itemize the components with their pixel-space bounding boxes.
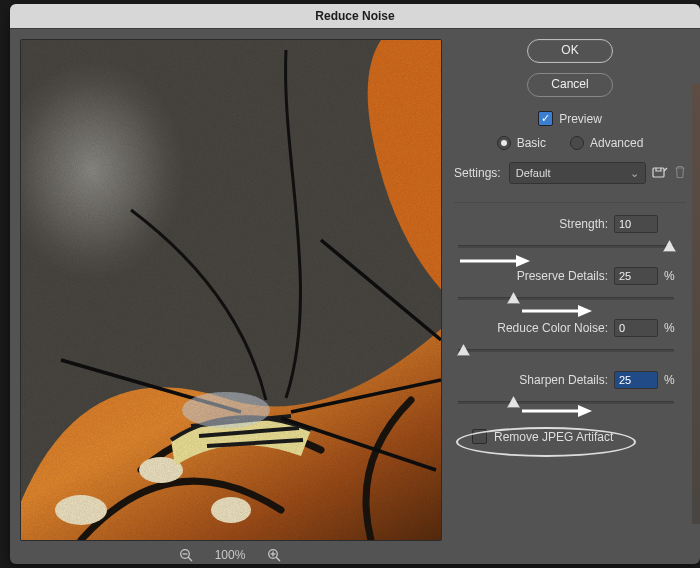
strength-input[interactable]: 10 [614, 215, 658, 233]
radio-dot-icon [497, 136, 511, 150]
dialog-title: Reduce Noise [10, 4, 700, 29]
svg-line-11 [277, 557, 281, 561]
svg-rect-14 [653, 168, 664, 177]
ok-button[interactable]: OK [527, 39, 613, 63]
preview-toggle[interactable]: ✓ Preview [538, 111, 602, 126]
save-preset-icon[interactable] [652, 165, 668, 182]
background-strip [692, 84, 700, 524]
slider-label: Sharpen Details: [519, 373, 608, 387]
slider-preserve-details: Preserve Details: 25 % [454, 267, 686, 305]
sharpen-input[interactable]: 25 [614, 371, 658, 389]
chevron-down-icon: ⌄ [630, 164, 639, 182]
unit: % [664, 321, 676, 335]
preview-pane: 100% [10, 29, 450, 565]
svg-rect-6 [21, 40, 441, 540]
preserve-track[interactable] [458, 291, 674, 305]
colornoise-input[interactable]: 0 [614, 319, 658, 337]
slider-color-noise: Reduce Color Noise: 0 % [454, 319, 686, 357]
zoom-bar: 100% [20, 543, 440, 567]
dialog-body: 100% OK Cancel ✓ Preview Basi [10, 29, 700, 565]
radio-basic[interactable]: Basic [497, 136, 546, 150]
settings-select[interactable]: Default ⌄ [509, 162, 646, 184]
preserve-input[interactable]: 25 [614, 267, 658, 285]
zoom-in-icon[interactable] [267, 548, 281, 562]
reduce-noise-dialog: Reduce Noise [10, 4, 700, 564]
preview-label: Preview [559, 112, 602, 126]
svg-line-8 [188, 557, 192, 561]
strength-track[interactable] [458, 239, 674, 253]
settings-label: Settings: [454, 166, 501, 180]
slider-sharpen-details: Sharpen Details: 25 % [454, 371, 686, 409]
checkmark-icon: ✓ [538, 111, 553, 126]
colornoise-track[interactable] [458, 343, 674, 357]
preview-image[interactable] [20, 39, 442, 541]
svg-marker-18 [578, 305, 592, 317]
slider-label: Reduce Color Noise: [497, 321, 608, 335]
settings-value: Default [516, 164, 551, 182]
radio-advanced-label: Advanced [590, 136, 643, 150]
unit: % [664, 373, 676, 387]
checkbox-icon [472, 429, 487, 444]
mode-radio-group: Basic Advanced [497, 136, 644, 150]
sharpen-track[interactable] [458, 395, 674, 409]
slider-label: Preserve Details: [517, 269, 608, 283]
zoom-level: 100% [215, 548, 246, 562]
slider-strength: Strength: 10 [454, 215, 686, 253]
divider [454, 202, 686, 203]
settings-row: Settings: Default ⌄ [452, 162, 688, 184]
unit: % [664, 269, 676, 283]
svg-marker-16 [516, 255, 530, 267]
remove-jpeg-artifact-toggle[interactable]: Remove JPEG Artifact [454, 423, 686, 444]
radio-dot-icon [570, 136, 584, 150]
cancel-button[interactable]: Cancel [527, 73, 613, 97]
jpeg-label: Remove JPEG Artifact [494, 430, 613, 444]
radio-basic-label: Basic [517, 136, 546, 150]
trash-icon [674, 165, 686, 182]
radio-advanced[interactable]: Advanced [570, 136, 643, 150]
zoom-out-icon[interactable] [179, 548, 193, 562]
slider-label: Strength: [559, 217, 608, 231]
controls-panel: OK Cancel ✓ Preview Basic Advanced Setti… [450, 29, 700, 565]
